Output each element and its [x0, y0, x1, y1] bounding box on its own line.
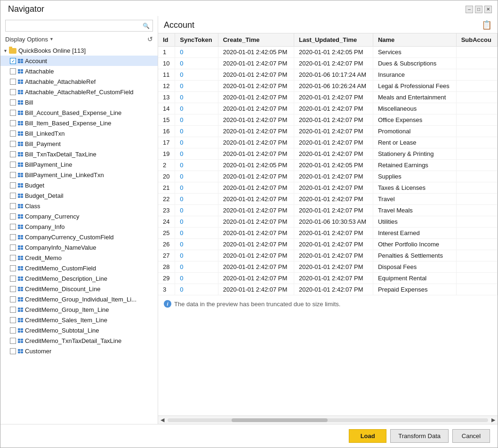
table-row[interactable]: 102020-01-01 2:42:05 PM2020-01-01 2:42:0…: [158, 47, 498, 58]
tree-item-checkbox[interactable]: [10, 130, 16, 137]
table-row[interactable]: 2602020-01-01 2:42:07 PM2020-01-01 2:42:…: [158, 239, 498, 250]
table-row[interactable]: 1302020-01-01 2:42:07 PM2020-01-01 2:42:…: [158, 92, 498, 103]
tree-item[interactable]: CreditMemo_Discount_Line: [0, 284, 158, 294]
tree-item-checkbox[interactable]: [10, 348, 16, 354]
display-options-button[interactable]: Display Options ▼: [5, 36, 54, 43]
refresh-icon[interactable]: ↺: [147, 35, 153, 43]
horizontal-scrollbar[interactable]: ◀ ▶: [158, 415, 498, 424]
table-row[interactable]: 1002020-01-01 2:42:07 PM2020-01-01 2:42:…: [158, 58, 498, 69]
search-icon[interactable]: 🔍: [140, 21, 153, 31]
tree-item-checkbox[interactable]: [10, 182, 16, 188]
table-row[interactable]: 1402020-01-01 2:42:07 PM2020-01-01 2:42:…: [158, 103, 498, 114]
table-row[interactable]: 2502020-01-01 2:42:07 PM2020-01-01 2:42:…: [158, 228, 498, 239]
tree-item[interactable]: Bill_TxnTaxDetail_TaxLine: [0, 149, 158, 159]
tree-container[interactable]: ▼ QuickBooks Online [113] AccountAttacha…: [0, 46, 158, 424]
tree-item[interactable]: Account: [0, 56, 158, 66]
table-column-header[interactable]: Create_Time: [218, 33, 294, 47]
table-row[interactable]: 2302020-01-01 2:42:07 PM2020-01-01 2:42:…: [158, 205, 498, 216]
table-column-header[interactable]: SyncToken: [175, 33, 218, 47]
tree-item[interactable]: CreditMemo_Group_Item_Line: [0, 304, 158, 315]
tree-item-checkbox[interactable]: [10, 120, 16, 126]
tree-item-checkbox[interactable]: [10, 193, 16, 199]
tree-item[interactable]: Customer: [0, 346, 158, 356]
tree-item[interactable]: CreditMemo_TxnTaxDetail_TaxLine: [0, 335, 158, 346]
tree-item[interactable]: BillPayment_Line: [0, 159, 158, 170]
data-table-container[interactable]: IdSyncTokenCreate_TimeLast_Updated_TimeN…: [158, 33, 498, 415]
tree-item-checkbox[interactable]: [10, 276, 16, 282]
table-column-header[interactable]: Name: [373, 33, 456, 47]
table-row[interactable]: 1102020-01-01 2:42:07 PM2020-01-06 10:17…: [158, 69, 498, 81]
table-row[interactable]: 2102020-01-01 2:42:07 PM2020-01-01 2:42:…: [158, 182, 498, 194]
tree-item[interactable]: Bill_Item_Based_Expense_Line: [0, 118, 158, 128]
table-row[interactable]: 1702020-01-01 2:42:07 PM2020-01-01 2:42:…: [158, 137, 498, 148]
tree-item[interactable]: CreditMemo_Subtotal_Line: [0, 325, 158, 335]
tree-item-checkbox[interactable]: [10, 327, 16, 334]
maximize-button[interactable]: □: [475, 6, 482, 13]
scroll-left-button[interactable]: ◀: [158, 416, 167, 424]
tree-root-item[interactable]: ▼ QuickBooks Online [113]: [0, 46, 158, 56]
search-input[interactable]: [6, 20, 140, 31]
tree-item[interactable]: Budget: [0, 180, 158, 190]
tree-item-checkbox[interactable]: [10, 224, 16, 230]
tree-item[interactable]: CreditMemo_Sales_Item_Line: [0, 315, 158, 325]
table-column-header[interactable]: SubAccou: [456, 33, 497, 47]
tree-item[interactable]: Bill_LinkedTxn: [0, 128, 158, 138]
tree-item-checkbox[interactable]: [10, 141, 16, 147]
table-row[interactable]: 2402020-01-01 2:42:07 PM2020-01-06 10:30…: [158, 216, 498, 228]
table-row[interactable]: 2702020-01-01 2:42:07 PM2020-01-01 2:42:…: [158, 250, 498, 261]
tree-item[interactable]: Budget_Detail: [0, 190, 158, 201]
tree-item-checkbox[interactable]: [10, 58, 16, 64]
tree-item[interactable]: Bill: [0, 97, 158, 107]
tree-item[interactable]: Bill_Account_Based_Expense_Line: [0, 107, 158, 118]
tree-item-checkbox[interactable]: [10, 151, 16, 157]
tree-item[interactable]: Credit_Memo: [0, 253, 158, 263]
load-button[interactable]: Load: [349, 429, 386, 443]
tree-item[interactable]: CreditMemo_CustomField: [0, 263, 158, 273]
table-row[interactable]: 1602020-01-01 2:42:07 PM2020-01-01 2:42:…: [158, 126, 498, 137]
tree-item[interactable]: Attachable: [0, 66, 158, 76]
close-button[interactable]: ✕: [484, 6, 492, 13]
tree-item-checkbox[interactable]: [10, 213, 16, 220]
tree-item-checkbox[interactable]: [10, 317, 16, 323]
table-row[interactable]: 202020-01-01 2:42:05 PM2020-01-01 2:42:0…: [158, 160, 498, 171]
tree-item[interactable]: CompanyCurrency_CustomField: [0, 232, 158, 242]
tree-item[interactable]: Class: [0, 201, 158, 211]
tree-item-checkbox[interactable]: [10, 172, 16, 178]
tree-item-checkbox[interactable]: [10, 307, 16, 313]
tree-item-checkbox[interactable]: [10, 110, 16, 116]
tree-item[interactable]: CreditMemo_Description_Line: [0, 273, 158, 284]
tree-item-checkbox[interactable]: [10, 244, 16, 251]
export-icon[interactable]: 📋: [482, 20, 492, 30]
tree-item-checkbox[interactable]: [10, 296, 16, 302]
tree-item[interactable]: CompanyInfo_NameValue: [0, 242, 158, 253]
table-row[interactable]: 1902020-01-01 2:42:07 PM2020-01-01 2:42:…: [158, 148, 498, 160]
tree-item-checkbox[interactable]: [10, 255, 16, 261]
tree-item[interactable]: Attachable_AttachableRef_CustomField: [0, 87, 158, 97]
tree-item-checkbox[interactable]: [10, 203, 16, 209]
tree-item[interactable]: BillPayment_Line_LinkedTxn: [0, 170, 158, 180]
tree-item-checkbox[interactable]: [10, 68, 16, 74]
tree-item-checkbox[interactable]: [10, 99, 16, 106]
tree-item-checkbox[interactable]: [10, 234, 16, 240]
table-row[interactable]: 1202020-01-01 2:42:07 PM2020-01-06 10:26…: [158, 81, 498, 92]
table-row[interactable]: 2202020-01-01 2:42:07 PM2020-01-01 2:42:…: [158, 194, 498, 205]
tree-item-checkbox[interactable]: [10, 79, 16, 85]
tree-item[interactable]: Company_Currency: [0, 211, 158, 221]
tree-item-checkbox[interactable]: [10, 89, 16, 95]
tree-item[interactable]: Bill_Payment: [0, 138, 158, 149]
transform-data-button[interactable]: Transform Data: [390, 429, 449, 443]
table-column-header[interactable]: Id: [158, 33, 175, 47]
minimize-button[interactable]: –: [466, 6, 473, 13]
table-row[interactable]: 1502020-01-01 2:42:07 PM2020-01-01 2:42:…: [158, 114, 498, 126]
tree-item-checkbox[interactable]: [10, 286, 16, 292]
table-row[interactable]: 2802020-01-01 2:42:07 PM2020-01-01 2:42:…: [158, 261, 498, 273]
tree-item-checkbox[interactable]: [10, 338, 16, 344]
table-row[interactable]: 2002020-01-01 2:42:07 PM2020-01-01 2:42:…: [158, 171, 498, 182]
table-row[interactable]: 2902020-01-01 2:42:07 PM2020-01-01 2:42:…: [158, 273, 498, 284]
tree-item-checkbox[interactable]: [10, 162, 16, 168]
tree-item[interactable]: Attachable_AttachableRef: [0, 76, 158, 87]
table-column-header[interactable]: Last_Updated_Time: [294, 33, 373, 47]
scroll-right-button[interactable]: ▶: [489, 416, 498, 424]
cancel-button[interactable]: Cancel: [452, 429, 490, 443]
tree-item[interactable]: Company_Info: [0, 221, 158, 232]
